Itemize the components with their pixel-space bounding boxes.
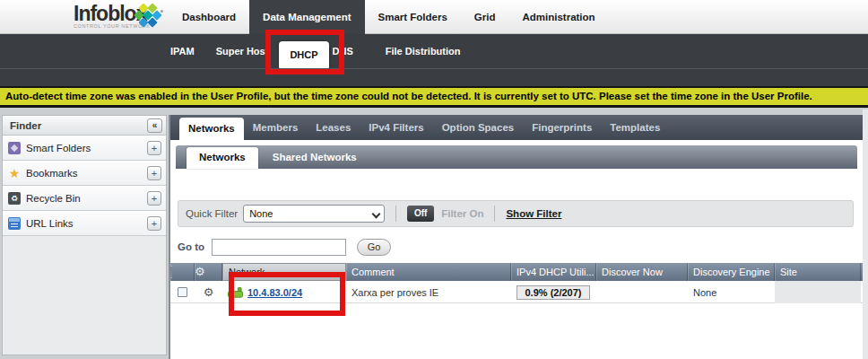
tab-option-spaces[interactable]: Option Spaces [433, 115, 524, 140]
tab-ipv4-filters[interactable]: IPv4 Filters [360, 115, 432, 140]
tab-data-management[interactable]: Data Management [249, 0, 364, 34]
utilization-cell: 0.9% (2/207) [511, 281, 596, 303]
sidebar-item-label: URL Links [26, 218, 74, 229]
filter-off-toggle[interactable]: Off [407, 206, 434, 222]
add-url-link-button[interactable]: + [147, 216, 161, 231]
discover-now-cell [596, 281, 688, 303]
comment-cell: Xarxa per proves IE [346, 281, 511, 303]
subtab-ipam[interactable]: IPAM [160, 34, 205, 68]
viewtab-networks[interactable]: Networks [187, 147, 258, 169]
goto-input[interactable] [212, 239, 346, 256]
divider [395, 206, 396, 222]
tab-administration[interactable]: Administration [508, 0, 608, 34]
tab-dashboard[interactable]: Dashboard [169, 0, 249, 34]
dhcp-content-panel: Networks Members Leases IPv4 Filters Opt… [170, 115, 863, 359]
networks-view-tab-bar: Networks Shared Networks [176, 145, 857, 169]
sidebar-item-url-links[interactable]: URL Links + [3, 211, 166, 236]
column-header-discover-now[interactable]: Discover Now [596, 263, 688, 281]
recycle-bin-icon: ♻ [8, 192, 21, 205]
subtab-file-distribution[interactable]: File Distribution [364, 34, 473, 68]
network-icon [228, 287, 243, 298]
dhcp-tab-bar: Networks Members Leases IPv4 Filters Opt… [170, 115, 863, 140]
network-link[interactable]: 10.4.83.0/24 [247, 287, 302, 298]
infoblox-app-window: Infoblox CONTROL YOUR NETWORK Dashboard … [0, 0, 868, 359]
header-gear-cell: ⚙ [195, 263, 222, 281]
finder-title: Finder [10, 120, 41, 131]
table-row: ⚙ 10.4.83.0/24 Xarxa per proves IE 0.9% … [170, 281, 863, 303]
row-gear-cell: ⚙ [195, 281, 222, 303]
subtab-dns[interactable]: DNS [329, 34, 364, 68]
secondary-nav-bar: IPAM Super Host DHCP DNS File Distributi… [0, 34, 868, 86]
viewtab-shared-networks[interactable]: Shared Networks [258, 145, 371, 169]
sidebar-item-label: Smart Folders [26, 143, 91, 153]
chevron-down-icon [372, 210, 379, 217]
collapse-panel-button[interactable]: « [147, 118, 162, 133]
sidebar-item-label: Recycle Bin [26, 193, 81, 204]
timezone-warning-banner: Auto-detect time zone was enabled in the… [0, 86, 868, 108]
sidebar-item-recycle-bin[interactable]: ♻ Recycle Bin + [3, 186, 166, 211]
networks-table-header: ⚙ Network Comment IPv4 DHCP Utili... Dis… [170, 263, 863, 281]
column-header-comment[interactable]: Comment [346, 263, 511, 281]
sidebar-item-smart-folders[interactable]: Smart Folders + [3, 136, 166, 161]
sidebar-item-bookmarks[interactable]: ★ Bookmarks + [3, 161, 166, 186]
bookmark-star-icon: ★ [8, 167, 21, 180]
tab-leases[interactable]: Leases [307, 115, 360, 140]
main-nav: Dashboard Data Management Smart Folders … [169, 0, 609, 34]
finder-header: Finder « [3, 116, 166, 136]
column-header-ipv4-dhcp-utilization[interactable]: IPv4 DHCP Utili... [511, 263, 596, 281]
go-button[interactable]: Go [357, 239, 391, 256]
scrollbar-track[interactable] [863, 109, 868, 359]
top-bar: Infoblox CONTROL YOUR NETWORK Dashboard … [0, 0, 868, 34]
site-cell [775, 281, 861, 303]
select-all-checkbox-cell [170, 263, 195, 281]
tab-smart-folders[interactable]: Smart Folders [365, 0, 461, 34]
tab-members[interactable]: Members [244, 115, 308, 140]
tab-networks[interactable]: Networks [179, 118, 244, 140]
row-checkbox-cell [170, 281, 195, 303]
network-cell: 10.4.83.0/24 [222, 281, 346, 303]
finder-panel: Finder « Smart Folders + ★ Bookmarks + ♻… [2, 115, 167, 355]
subtab-dhcp[interactable]: DHCP [279, 41, 328, 68]
url-links-icon [8, 217, 21, 230]
row-checkbox[interactable] [178, 287, 187, 297]
discovery-engine-cell: None [688, 281, 775, 303]
sidebar-item-label: Bookmarks [26, 168, 78, 179]
utilization-badge: 0.9% (2/207) [516, 285, 590, 300]
quick-filter-bar: Quick Filter None Off Filter On Show Fil… [178, 200, 854, 227]
expand-recycle-bin-button[interactable]: + [147, 191, 161, 206]
infoblox-diamond-logo-icon [133, 4, 163, 30]
divider [494, 206, 495, 222]
goto-bar: Go to Go [178, 238, 391, 256]
tab-templates[interactable]: Templates [601, 115, 669, 140]
column-header-discovery-engine[interactable]: Discovery Engine [688, 263, 775, 281]
gear-icon[interactable]: ⚙ [195, 265, 205, 278]
data-management-sub-nav: IPAM Super Host DHCP DNS File Distributi… [160, 34, 473, 68]
filter-on-label: Filter On [441, 208, 483, 219]
nav-divider [0, 68, 868, 69]
column-header-network[interactable]: Network [222, 263, 346, 281]
tab-grid[interactable]: Grid [461, 0, 509, 34]
quick-filter-label: Quick Filter [186, 208, 238, 219]
goto-label: Go to [178, 241, 204, 252]
tab-fingerprints[interactable]: Fingerprints [523, 115, 601, 140]
column-header-site[interactable]: Site [775, 263, 861, 281]
select-all-checkbox[interactable] [170, 266, 172, 278]
add-smart-folder-button[interactable]: + [147, 141, 161, 155]
smart-folders-icon [8, 142, 21, 154]
quick-filter-select[interactable]: None [243, 205, 385, 223]
quick-filter-selected-value: None [249, 208, 273, 219]
add-bookmark-button[interactable]: + [147, 166, 161, 180]
show-filter-link[interactable]: Show Filter [506, 208, 561, 219]
subtab-super-host[interactable]: Super Host [205, 34, 280, 68]
gear-icon[interactable]: ⚙ [204, 286, 214, 298]
